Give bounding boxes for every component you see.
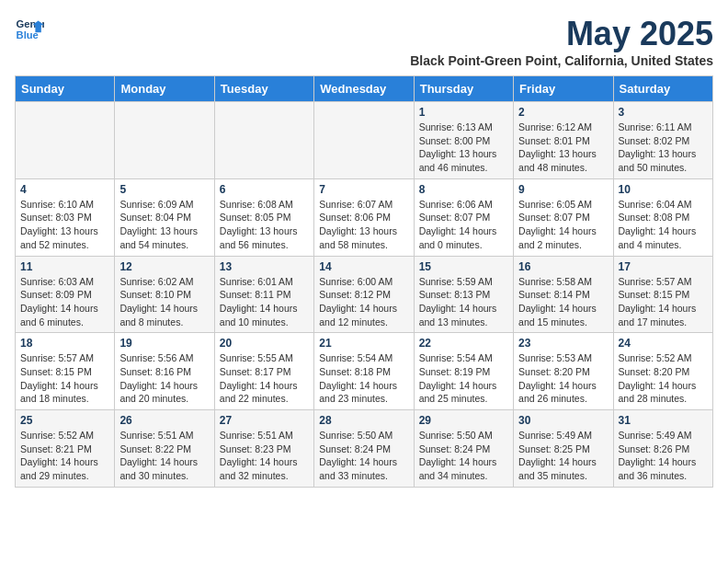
- day-number: 26: [119, 414, 209, 427]
- day-number: 14: [319, 260, 408, 273]
- calendar-cell: 4Sunrise: 6:10 AMSunset: 8:03 PMDaylight…: [16, 178, 115, 256]
- weekday-header-saturday: Saturday: [613, 76, 712, 102]
- day-info: Sunrise: 5:51 AMSunset: 8:23 PMDaylight:…: [220, 429, 309, 483]
- day-number: 29: [419, 414, 508, 427]
- day-info: Sunrise: 5:59 AMSunset: 8:13 PMDaylight:…: [419, 275, 508, 329]
- calendar-cell: 25Sunrise: 5:52 AMSunset: 8:21 PMDayligh…: [16, 410, 115, 488]
- day-number: 18: [20, 337, 109, 350]
- day-number: 8: [419, 183, 508, 196]
- calendar-cell: 1Sunrise: 6:13 AMSunset: 8:00 PMDaylight…: [414, 102, 513, 179]
- week-row-3: 11Sunrise: 6:03 AMSunset: 8:09 PMDayligh…: [16, 256, 713, 333]
- calendar-cell: 11Sunrise: 6:03 AMSunset: 8:09 PMDayligh…: [16, 256, 115, 333]
- day-number: 11: [20, 260, 109, 273]
- weekday-header-sunday: Sunday: [16, 76, 115, 102]
- day-number: 15: [419, 260, 508, 273]
- day-info: Sunrise: 6:13 AMSunset: 8:00 PMDaylight:…: [419, 121, 508, 175]
- day-info: Sunrise: 5:52 AMSunset: 8:21 PMDaylight:…: [20, 429, 109, 483]
- day-number: 23: [518, 337, 608, 350]
- calendar-cell: 2Sunrise: 6:12 AMSunset: 8:01 PMDaylight…: [514, 102, 613, 179]
- day-info: Sunrise: 5:52 AMSunset: 8:20 PMDaylight:…: [619, 351, 708, 406]
- calendar-cell: 3Sunrise: 6:11 AMSunset: 8:02 PMDaylight…: [613, 102, 712, 179]
- logo: General Blue: [15, 15, 44, 44]
- day-info: Sunrise: 5:49 AMSunset: 8:26 PMDaylight:…: [619, 429, 708, 483]
- day-info: Sunrise: 5:56 AMSunset: 8:16 PMDaylight:…: [119, 351, 209, 406]
- calendar-cell: 27Sunrise: 5:51 AMSunset: 8:23 PMDayligh…: [214, 410, 313, 488]
- calendar-cell: 19Sunrise: 5:56 AMSunset: 8:16 PMDayligh…: [115, 333, 214, 410]
- logo-icon: General Blue: [15, 15, 44, 44]
- calendar-cell: 28Sunrise: 5:50 AMSunset: 8:24 PMDayligh…: [314, 410, 414, 488]
- weekday-header-thursday: Thursday: [414, 76, 513, 102]
- day-number: 24: [619, 337, 708, 350]
- day-number: 2: [518, 106, 608, 119]
- week-row-1: 1Sunrise: 6:13 AMSunset: 8:00 PMDaylight…: [16, 102, 713, 179]
- calendar-cell: 9Sunrise: 6:05 AMSunset: 8:07 PMDaylight…: [514, 178, 613, 256]
- day-info: Sunrise: 5:54 AMSunset: 8:19 PMDaylight:…: [419, 351, 508, 406]
- calendar-cell: 14Sunrise: 6:00 AMSunset: 8:12 PMDayligh…: [314, 256, 414, 333]
- day-info: Sunrise: 5:57 AMSunset: 8:15 PMDaylight:…: [619, 275, 708, 329]
- week-row-2: 4Sunrise: 6:10 AMSunset: 8:03 PMDaylight…: [16, 178, 713, 256]
- day-info: Sunrise: 5:57 AMSunset: 8:15 PMDaylight:…: [20, 351, 109, 406]
- day-number: 12: [119, 260, 209, 273]
- calendar-cell: 24Sunrise: 5:52 AMSunset: 8:20 PMDayligh…: [613, 333, 712, 410]
- day-number: 5: [119, 183, 209, 196]
- calendar-cell: 16Sunrise: 5:58 AMSunset: 8:14 PMDayligh…: [514, 256, 613, 333]
- day-number: 6: [220, 183, 309, 196]
- day-info: Sunrise: 5:55 AMSunset: 8:17 PMDaylight:…: [220, 351, 309, 406]
- calendar-cell: 29Sunrise: 5:50 AMSunset: 8:24 PMDayligh…: [414, 410, 513, 488]
- calendar-cell: 18Sunrise: 5:57 AMSunset: 8:15 PMDayligh…: [16, 333, 115, 410]
- weekday-header-row: SundayMondayTuesdayWednesdayThursdayFrid…: [16, 76, 713, 102]
- svg-text:Blue: Blue: [17, 29, 39, 40]
- calendar-cell: 15Sunrise: 5:59 AMSunset: 8:13 PMDayligh…: [414, 256, 513, 333]
- day-info: Sunrise: 5:50 AMSunset: 8:24 PMDaylight:…: [319, 429, 408, 483]
- calendar-cell: 23Sunrise: 5:53 AMSunset: 8:20 PMDayligh…: [514, 333, 613, 410]
- calendar-cell: [214, 102, 313, 179]
- week-row-4: 18Sunrise: 5:57 AMSunset: 8:15 PMDayligh…: [16, 333, 713, 410]
- calendar-cell: 26Sunrise: 5:51 AMSunset: 8:22 PMDayligh…: [115, 410, 214, 488]
- day-number: 20: [220, 337, 309, 350]
- day-info: Sunrise: 6:07 AMSunset: 8:06 PMDaylight:…: [319, 198, 408, 252]
- day-info: Sunrise: 6:03 AMSunset: 8:09 PMDaylight:…: [20, 275, 109, 329]
- calendar-cell: [16, 102, 115, 179]
- calendar-cell: 17Sunrise: 5:57 AMSunset: 8:15 PMDayligh…: [613, 256, 712, 333]
- calendar-table: SundayMondayTuesdayWednesdayThursdayFrid…: [15, 75, 713, 488]
- day-info: Sunrise: 5:53 AMSunset: 8:20 PMDaylight:…: [518, 351, 608, 406]
- calendar-cell: 31Sunrise: 5:49 AMSunset: 8:26 PMDayligh…: [613, 410, 712, 488]
- day-number: 1: [419, 106, 508, 119]
- day-number: 7: [319, 183, 408, 196]
- day-info: Sunrise: 6:10 AMSunset: 8:03 PMDaylight:…: [20, 198, 109, 252]
- day-number: 4: [20, 183, 109, 196]
- calendar-cell: [314, 102, 414, 179]
- day-number: 9: [518, 183, 608, 196]
- day-number: 27: [220, 414, 309, 427]
- day-number: 21: [319, 337, 408, 350]
- day-info: Sunrise: 6:04 AMSunset: 8:08 PMDaylight:…: [619, 198, 708, 252]
- calendar-cell: 8Sunrise: 6:06 AMSunset: 8:07 PMDaylight…: [414, 178, 513, 256]
- calendar-cell: 13Sunrise: 6:01 AMSunset: 8:11 PMDayligh…: [214, 256, 313, 333]
- day-info: Sunrise: 6:02 AMSunset: 8:10 PMDaylight:…: [119, 275, 209, 329]
- day-info: Sunrise: 5:54 AMSunset: 8:18 PMDaylight:…: [319, 351, 408, 406]
- title-area: May 2025 Black Point-Green Point, Califo…: [410, 15, 713, 68]
- day-number: 13: [220, 260, 309, 273]
- day-info: Sunrise: 5:50 AMSunset: 8:24 PMDaylight:…: [419, 429, 508, 483]
- calendar-cell: 7Sunrise: 6:07 AMSunset: 8:06 PMDaylight…: [314, 178, 414, 256]
- day-info: Sunrise: 5:49 AMSunset: 8:25 PMDaylight:…: [518, 429, 608, 483]
- calendar-cell: 20Sunrise: 5:55 AMSunset: 8:17 PMDayligh…: [214, 333, 313, 410]
- weekday-header-tuesday: Tuesday: [214, 76, 313, 102]
- day-info: Sunrise: 6:06 AMSunset: 8:07 PMDaylight:…: [419, 198, 508, 252]
- calendar-cell: 30Sunrise: 5:49 AMSunset: 8:25 PMDayligh…: [514, 410, 613, 488]
- calendar-title: May 2025: [410, 15, 713, 53]
- day-number: 19: [119, 337, 209, 350]
- calendar-subtitle: Black Point-Green Point, California, Uni…: [410, 53, 713, 68]
- day-number: 28: [319, 414, 408, 427]
- day-info: Sunrise: 6:12 AMSunset: 8:01 PMDaylight:…: [518, 121, 608, 175]
- header: General Blue May 2025 Black Point-Green …: [15, 15, 713, 68]
- day-info: Sunrise: 5:58 AMSunset: 8:14 PMDaylight:…: [518, 275, 608, 329]
- day-info: Sunrise: 6:08 AMSunset: 8:05 PMDaylight:…: [220, 198, 309, 252]
- day-number: 31: [619, 414, 708, 427]
- day-number: 25: [20, 414, 109, 427]
- day-info: Sunrise: 6:11 AMSunset: 8:02 PMDaylight:…: [619, 121, 708, 175]
- day-info: Sunrise: 6:05 AMSunset: 8:07 PMDaylight:…: [518, 198, 608, 252]
- day-number: 22: [419, 337, 508, 350]
- day-info: Sunrise: 6:00 AMSunset: 8:12 PMDaylight:…: [319, 275, 408, 329]
- day-number: 17: [619, 260, 708, 273]
